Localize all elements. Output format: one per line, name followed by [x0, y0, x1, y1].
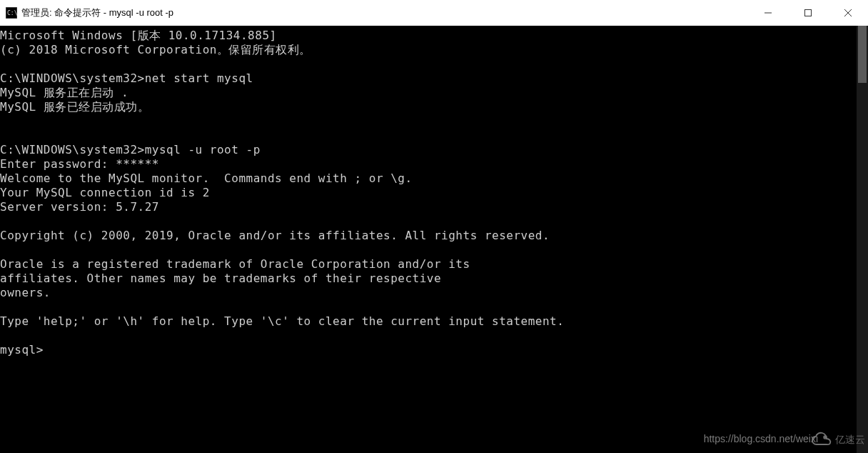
logo-text: 亿速云: [835, 434, 865, 447]
titlebar-left-group: C:\ 管理员: 命令提示符 - mysql -u root -p: [6, 6, 173, 19]
minimize-button[interactable]: [748, 0, 788, 26]
logo-watermark: 亿速云: [811, 432, 865, 449]
terminal-output[interactable]: Microsoft Windows [版本 10.0.17134.885] (c…: [0, 26, 857, 453]
close-button[interactable]: [828, 0, 868, 26]
cloud-icon: [811, 432, 832, 449]
window-controls: [748, 0, 868, 26]
watermark-url: https://blog.csdn.net/weixi: [704, 433, 818, 444]
cmd-app-icon: C:\: [6, 7, 17, 19]
scrollbar-thumb[interactable]: [858, 26, 867, 83]
window-title: 管理员: 命令提示符 - mysql -u root -p: [21, 6, 173, 19]
vertical-scrollbar[interactable]: [857, 26, 868, 453]
maximize-button[interactable]: [788, 0, 828, 26]
svg-text:C:\: C:\: [7, 10, 17, 16]
svg-rect-3: [805, 10, 812, 16]
window-titlebar: C:\ 管理员: 命令提示符 - mysql -u root -p: [0, 0, 868, 26]
terminal-area: Microsoft Windows [版本 10.0.17134.885] (c…: [0, 26, 868, 453]
